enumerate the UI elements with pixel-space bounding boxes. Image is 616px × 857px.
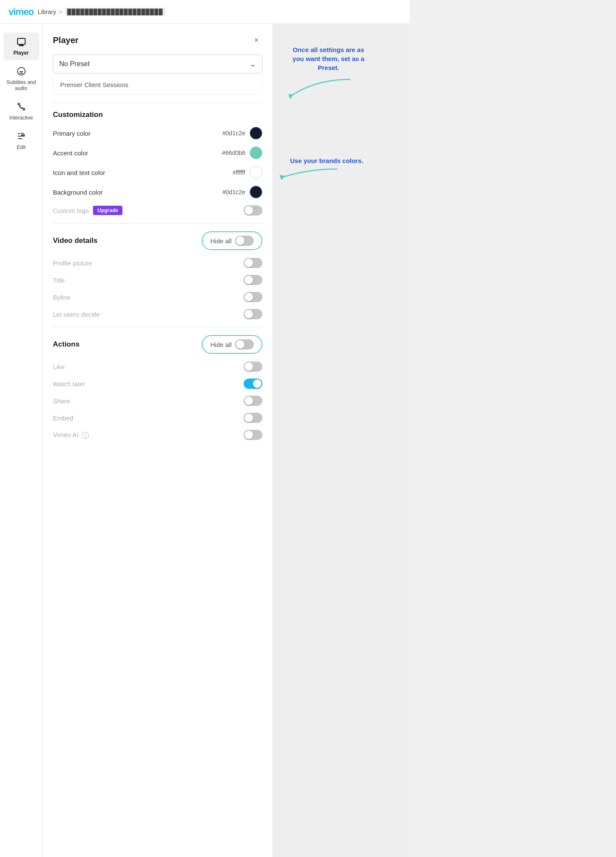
actions-section: Actions Hide all Like Watch later — [53, 335, 262, 440]
background-color-label: Background color — [53, 189, 103, 196]
sidebar-item-player[interactable]: Player — [3, 32, 39, 60]
setting-row-byline: Byline — [53, 292, 262, 302]
sidebar: Player Subtitles and audio Interacti — [0, 24, 43, 857]
customization-annotation: Use your brands colors. — [290, 156, 363, 165]
panel-header: Player × — [53, 34, 262, 46]
actions-title: Actions — [53, 340, 79, 349]
sidebar-label-subtitles: Subtitles and audio — [6, 79, 37, 91]
setting-row-embed: Embed — [53, 413, 262, 423]
setting-row-accent-color: Accent color #66d0b6 — [53, 146, 262, 159]
setting-row-like: Like — [53, 361, 262, 372]
profile-picture-label: Profile picture — [53, 259, 92, 267]
chevron-down-icon: ⌄ — [250, 59, 256, 69]
breadcrumb-separator: > — [58, 9, 62, 15]
preset-dropdown[interactable]: No Preset ⌄ — [53, 55, 262, 73]
byline-label: Byline — [53, 294, 70, 301]
embed-label: Embed — [53, 414, 73, 422]
accent-color-label: Accent color — [53, 149, 88, 157]
setting-row-watch-later: Watch later — [53, 379, 262, 389]
preset-option[interactable]: Premier Client Sessions — [53, 75, 262, 95]
video-details-section: Video details Hide all Profile picture — [53, 231, 262, 319]
close-button[interactable]: × — [250, 34, 262, 46]
svg-rect-1 — [20, 44, 23, 45]
sidebar-label-player: Player — [13, 50, 29, 56]
svg-rect-0 — [17, 38, 25, 44]
actions-header: Actions Hide all — [53, 335, 262, 354]
content-area: Player × No Preset ⌄ Premier Client Sess… — [43, 24, 410, 857]
vimeo-logo: vimeo — [9, 6, 34, 17]
accent-color-value[interactable]: #66d0b6 — [222, 146, 262, 159]
like-label: Like — [53, 363, 65, 370]
video-details-header: Video details Hide all — [53, 231, 262, 250]
profile-picture-toggle[interactable] — [244, 258, 262, 268]
watch-later-toggle[interactable] — [244, 379, 262, 389]
svg-marker-11 — [279, 175, 285, 180]
sidebar-item-interactive[interactable]: Interactive — [3, 97, 39, 125]
like-toggle[interactable] — [244, 361, 262, 372]
background-color-value[interactable]: #0d1c2e — [222, 186, 262, 198]
custom-logo-label: Custom logo — [53, 207, 89, 214]
breadcrumb: Library > ██████████████████████ — [38, 8, 166, 16]
video-hide-all-label: Hide all — [210, 237, 232, 245]
setting-row-let-users-decide: Let users decide — [53, 309, 262, 319]
actions-hide-all-toggle[interactable] — [235, 339, 254, 350]
vimeo-ai-toggle[interactable] — [244, 430, 262, 440]
primary-color-swatch[interactable] — [250, 127, 262, 140]
primary-color-value[interactable]: #0d1c2e — [222, 127, 262, 140]
subtitles-icon — [16, 66, 26, 78]
icon-text-color-swatch[interactable] — [250, 166, 262, 179]
byline-toggle[interactable] — [244, 292, 262, 302]
vimeo-ai-label: Vimeo AI i — [53, 431, 89, 439]
breadcrumb-current: ██████████████████████ — [65, 8, 166, 16]
preset-annotation: Once all settings are as you want them, … — [290, 45, 367, 72]
player-icon — [16, 37, 26, 48]
background-color-hex: #0d1c2e — [222, 189, 245, 195]
video-details-hide-all[interactable]: Hide all — [202, 231, 262, 250]
info-icon: i — [82, 432, 89, 439]
video-hide-all-toggle[interactable] — [235, 236, 254, 246]
upgrade-button[interactable]: Upgrade — [93, 206, 122, 215]
sidebar-label-edit: Edit — [17, 144, 26, 150]
player-panel: Player × No Preset ⌄ Premier Client Sess… — [43, 24, 273, 857]
title-label: Title — [53, 277, 65, 284]
share-toggle[interactable] — [244, 396, 262, 406]
share-label: Share — [53, 397, 70, 405]
annotation-area: Once all settings are as you want them, … — [273, 24, 410, 857]
accent-color-swatch[interactable] — [250, 146, 262, 159]
setting-row-title: Title — [53, 275, 262, 285]
preset-label: No Preset — [59, 60, 90, 68]
sidebar-item-edit[interactable]: Edit — [3, 127, 39, 154]
icon-text-color-value[interactable]: #ffffff — [232, 166, 262, 179]
svg-point-3 — [17, 67, 25, 75]
background-color-swatch[interactable] — [250, 186, 262, 198]
primary-color-hex: #0d1c2e — [222, 130, 245, 137]
setting-row-vimeo-ai: Vimeo AI i — [53, 430, 262, 440]
title-toggle[interactable] — [244, 275, 262, 285]
panel-title: Player — [53, 35, 78, 45]
breadcrumb-library[interactable]: Library — [38, 9, 56, 15]
embed-toggle[interactable] — [244, 413, 262, 423]
setting-row-icon-text-color: Icon and text color #ffffff — [53, 166, 262, 179]
sidebar-item-subtitles[interactable]: Subtitles and audio — [3, 62, 39, 96]
accent-color-hex: #66d0b6 — [222, 149, 245, 156]
setting-row-share: Share — [53, 396, 262, 406]
top-nav: vimeo Library > ██████████████████████ — [0, 0, 410, 24]
icon-text-color-label: Icon and text color — [53, 169, 105, 176]
customization-arrow — [273, 165, 341, 182]
video-details-title: Video details — [53, 236, 98, 245]
preset-arrow — [273, 75, 358, 101]
toggle-knob — [244, 206, 253, 215]
setting-row-primary-color: Primary color #0d1c2e — [53, 127, 262, 140]
let-users-decide-toggle[interactable] — [244, 309, 262, 319]
let-users-decide-label: Let users decide — [53, 311, 100, 318]
actions-hide-all[interactable]: Hide all — [202, 335, 262, 354]
interactive-icon — [16, 102, 26, 113]
setting-row-background-color: Background color #0d1c2e — [53, 186, 262, 198]
edit-icon — [16, 131, 26, 143]
customization-title: Customization — [53, 111, 262, 119]
custom-logo-toggle[interactable] — [244, 205, 262, 216]
primary-color-label: Primary color — [53, 130, 90, 137]
sidebar-label-interactive: Interactive — [9, 115, 33, 121]
customization-section: Customization Primary color #0d1c2e Acce… — [53, 111, 262, 216]
setting-row-custom-logo: Custom logo Upgrade — [53, 205, 262, 216]
